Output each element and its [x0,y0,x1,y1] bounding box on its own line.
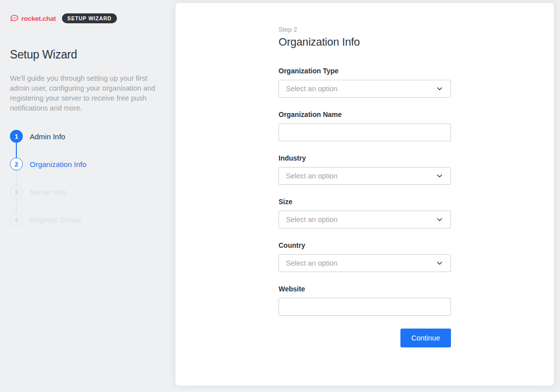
field-size: Size Select an option [279,198,451,228]
rocketchat-logo: rocket.chat [10,14,56,23]
form-actions: Continue [279,329,451,347]
page-title: Organization Info [279,36,451,49]
chevron-down-icon [436,259,444,267]
field-website: Website [279,285,451,316]
rocketchat-logo-text: rocket.chat [21,15,56,22]
step-label: Admin Info [30,132,65,141]
organization-info-form: Step 2 Organization Info Organization Ty… [279,3,451,347]
stepper-item-admin-info[interactable]: 1 Admin Info [10,130,162,143]
country-label: Country [279,241,451,249]
organization-type-select[interactable]: Select an option [279,80,451,98]
step-number-badge: 2 [10,158,23,170]
select-placeholder: Select an option [286,85,337,93]
select-placeholder: Select an option [286,259,337,267]
field-industry: Industry Select an option [279,154,451,185]
select-placeholder: Select an option [286,172,337,180]
organization-type-label: Organization Type [279,67,451,75]
chevron-down-icon [436,85,444,93]
website-input[interactable] [279,298,451,316]
wizard-step-panel: Step 2 Organization Info Organization Ty… [175,3,554,386]
select-placeholder: Select an option [286,216,337,224]
organization-name-label: Organization Name [279,111,451,118]
continue-button[interactable]: Continue [400,329,451,347]
chevron-down-icon [436,172,444,180]
step-number-badge: 4 [10,213,23,226]
stepper-item-register-server: 4 Register Server [10,213,162,226]
organization-name-input[interactable] [279,123,451,141]
sidebar-description: We'll guide you through setting up your … [10,73,159,113]
stepper-item-organization-info[interactable]: 2 Organization Info [10,158,162,170]
setup-wizard-sidebar: rocket.chat SETUP WIZARD Setup Wizard We… [0,0,175,392]
field-country: Country Select an option [279,241,451,272]
size-select[interactable]: Select an option [279,211,451,228]
size-label: Size [279,198,451,206]
step-number-badge: 3 [10,185,23,198]
step-number-badge: 1 [10,130,23,143]
field-organization-name: Organization Name [279,111,451,141]
step-label: Server Info [30,188,66,196]
rocketchat-logo-icon [10,14,19,23]
chevron-down-icon [436,216,444,224]
setup-wizard-badge: SETUP WIZARD [62,13,117,23]
country-select[interactable]: Select an option [279,254,451,272]
industry-select[interactable]: Select an option [279,167,451,185]
field-organization-type: Organization Type Select an option [279,67,451,98]
website-label: Website [279,285,451,293]
brand-row: rocket.chat SETUP WIZARD [10,13,162,24]
stepper-item-server-info: 3 Server Info [10,185,162,198]
industry-label: Industry [279,154,451,162]
sidebar-title: Setup Wizard [10,48,162,61]
wizard-stepper: 1 Admin Info 2 Organization Info 3 Serve… [10,130,162,226]
step-label: Organization Info [30,160,86,168]
step-caption: Step 2 [279,26,451,33]
step-label: Register Server [30,216,81,224]
